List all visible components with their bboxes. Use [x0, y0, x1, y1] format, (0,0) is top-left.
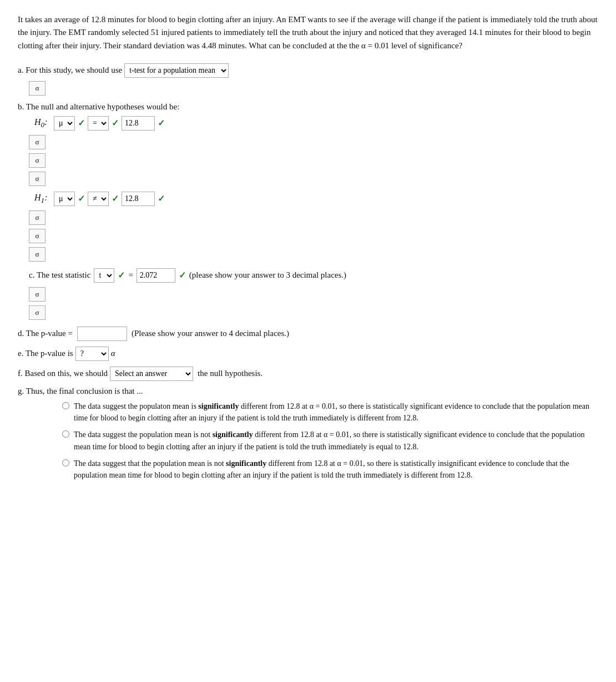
part-c-row: c. The test statistic tz ✓ = ✓ (please s…	[29, 268, 598, 283]
part-f-section: f. Based on this, we should Select an an…	[18, 367, 598, 381]
part-d-row: d. The p-value = (Please show your answe…	[18, 327, 598, 341]
part-g-section: g. Thus, the final conclusion is that ..…	[18, 387, 598, 482]
sigma-btn-h1-2[interactable]: σ	[29, 229, 46, 243]
option-3-text: The data suggest that the population mea…	[74, 458, 598, 482]
part-b-section: b. The null and alternative hypotheses w…	[18, 102, 598, 263]
option-2-text: The data suggest the population mean is …	[74, 429, 598, 453]
option-1-radio[interactable]	[62, 402, 69, 409]
option-2-radio[interactable]	[62, 430, 69, 438]
part-c-value-check: ✓	[179, 270, 186, 280]
part-c-section: c. The test statistic tz ✓ = ✓ (please s…	[18, 268, 598, 321]
part-d-note: (Please show your answer to 4 decimal pl…	[132, 329, 289, 338]
sigma-btn-h0-3[interactable]: σ	[29, 172, 46, 186]
option-1: The data suggest the populaton mean is s…	[62, 400, 598, 424]
sigma-btn-h1-1[interactable]: σ	[29, 210, 46, 225]
sigma-btn-c-1[interactable]: σ	[29, 287, 46, 302]
part-c-note: (please show your answer to 3 decimal pl…	[189, 270, 346, 280]
h0-eq-check: ✓	[112, 118, 119, 128]
part-c-value-input[interactable]	[137, 268, 175, 283]
part-a-dropdown[interactable]: t-test for a population mean z-test for …	[124, 63, 229, 78]
part-b-label: b. The null and alternative hypotheses w…	[18, 102, 598, 112]
part-d-section: d. The p-value = (Please show your answe…	[18, 327, 598, 341]
option-2: The data suggest the population mean is …	[62, 429, 598, 453]
part-f-dropdown[interactable]: Select an answerrejectfail to reject	[110, 367, 193, 381]
sigma-btn-c-2[interactable]: σ	[29, 305, 46, 320]
h0-value-input[interactable]	[122, 116, 155, 131]
h1-sigma-buttons: σ σ σ	[29, 209, 598, 263]
part-c-stat-dropdown[interactable]: tz	[94, 268, 114, 283]
sigma-btn-h0-2[interactable]: σ	[29, 153, 46, 168]
h1-row: H1: μpx̄ ✓ =≠<>≤≥ ✓ ✓	[34, 192, 598, 206]
part-f-row: f. Based on this, we should Select an an…	[18, 367, 598, 381]
h0-row: H0: μpx̄ ✓ =≠<>≤≥ ✓ ✓	[34, 116, 598, 131]
h1-value-input[interactable]	[122, 192, 155, 206]
h0-symbol: H0:	[34, 117, 51, 129]
option-3: The data suggest that the population mea…	[62, 458, 598, 482]
h1-value-check: ✓	[158, 193, 165, 204]
h0-sigma-buttons: σ σ σ	[29, 134, 598, 187]
sigma-btn-h0-1[interactable]: σ	[29, 135, 46, 149]
h1-stat-dropdown[interactable]: μpx̄	[54, 192, 75, 206]
part-f-suffix: the null hypothesis.	[198, 369, 262, 378]
h1-eq-check: ✓	[112, 193, 119, 204]
h1-eq-dropdown[interactable]: =≠<>≤≥	[88, 192, 109, 206]
part-e-section: e. The p-value is ?<>= α	[18, 347, 598, 361]
option-1-text: The data suggest the populaton mean is s…	[74, 400, 598, 424]
intro-paragraph: It takes an average of 12.8 minutes for …	[18, 13, 598, 52]
c-sigma-buttons: σ σ	[29, 286, 598, 321]
part-a-label: a. For this study, we should use	[18, 66, 122, 75]
h0-value-check: ✓	[158, 118, 165, 128]
part-g-label: g. Thus, the final conclusion is that ..…	[18, 387, 598, 396]
sigma-btn-h1-3[interactable]: σ	[29, 247, 46, 262]
part-e-alpha: α	[111, 349, 115, 358]
part-d-label: d. The p-value =	[18, 329, 73, 338]
part-d-value-input[interactable]	[77, 327, 127, 341]
option-3-radio[interactable]	[62, 459, 69, 467]
h1-stat-check: ✓	[78, 193, 85, 204]
part-c-eq-symbol: =	[128, 270, 133, 280]
sigma-btn-a[interactable]: σ	[29, 81, 46, 96]
h0-stat-dropdown[interactable]: μpx̄	[54, 116, 75, 131]
part-e-row: e. The p-value is ?<>= α	[18, 347, 598, 361]
h0-eq-dropdown[interactable]: =≠<>≤≥	[88, 116, 109, 131]
conclusion-options: The data suggest the populaton mean is s…	[40, 400, 598, 482]
part-c-label: c. The test statistic	[29, 270, 90, 280]
part-a-section: a. For this study, we should use t-test …	[18, 63, 598, 97]
part-c-stat-check: ✓	[118, 270, 125, 280]
part-e-dropdown[interactable]: ?<>=	[75, 347, 109, 361]
part-f-label: f. Based on this, we should	[18, 369, 108, 378]
h1-symbol: H1:	[34, 193, 51, 205]
h0-stat-check: ✓	[78, 118, 85, 128]
part-e-label: e. The p-value is	[18, 349, 73, 358]
